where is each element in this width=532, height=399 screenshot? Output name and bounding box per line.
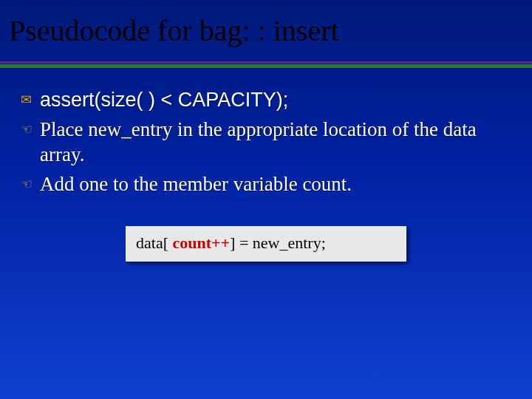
code-highlight: count++ [172,233,230,252]
slide-title: Pseudocode for bag: : insert [9,13,523,48]
divider [0,61,532,68]
code-segment: data[ [136,233,172,252]
list-item: ☜ Add one to the member variable count. [21,171,511,197]
bullet-text: assert(size( ) < CAPACITY); [40,87,288,112]
hand-left-icon: ☜ [21,117,40,142]
list-item: ☜ Place new_entry in the appropriate loc… [21,117,511,167]
hand-left-icon: ☜ [21,171,40,197]
content-area: ✉ assert(size( ) < CAPACITY); ☜ Place ne… [0,68,532,262]
code-segment: ] = new_entry; [230,233,326,252]
bullet-text: Place new_entry in the appropriate locat… [40,117,511,167]
envelope-icon: ✉ [21,87,40,112]
slide: Pseudocode for bag: : insert ✉ assert(si… [0,0,532,399]
code-box: data[ count++] = new_entry; [126,226,406,262]
bullet-text: Add one to the member variable count. [40,171,352,197]
divider-purple [0,61,532,64]
title-block: Pseudocode for bag: : insert [0,0,532,48]
list-item: ✉ assert(size( ) < CAPACITY); [21,87,511,112]
